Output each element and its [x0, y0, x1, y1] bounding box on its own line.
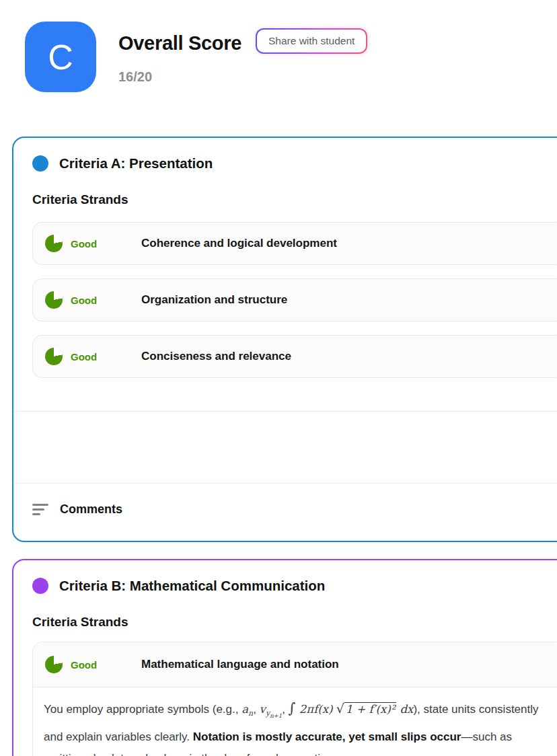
criteria-strands-heading: Criteria Strands: [32, 615, 557, 630]
criteria-b-color-dot-icon: [32, 578, 48, 594]
criteria-strands-heading: Criteria Strands: [32, 192, 557, 207]
comments-label: Comments: [60, 502, 122, 517]
strand-row[interactable]: Good Mathematical language and notation: [33, 642, 557, 687]
strand-label: Coherence and logical development: [141, 237, 337, 250]
rating-label: Good: [71, 659, 97, 671]
rating-badge: Good: [45, 235, 141, 252]
comments-icon: [32, 504, 48, 515]
criteria-b-card: Criteria B: Mathematical Communication C…: [12, 559, 557, 756]
share-with-student-button[interactable]: Share with student: [257, 30, 366, 52]
rating-label: Good: [71, 238, 97, 250]
overall-score-header: C Overall Score Share with student 16/20: [0, 0, 557, 137]
strand-feedback-text: You employ appropriate symbols (e.g., an…: [33, 687, 557, 756]
page-title: Overall Score: [118, 32, 242, 54]
rating-badge: Good: [45, 656, 141, 673]
criteria-a-title: Criteria A: Presentation: [59, 155, 213, 172]
strand-detail-box: Good Mathematical language and notation …: [32, 642, 557, 756]
rating-label: Good: [71, 295, 97, 306]
strand-label: Conciseness and relevance: [141, 350, 291, 363]
rating-pie-icon: [45, 291, 63, 309]
comments-section-toggle[interactable]: Comments: [13, 484, 557, 541]
criteria-a-card: Criteria A: Presentation Criteria Strand…: [12, 137, 557, 542]
rating-badge: Good: [45, 348, 141, 365]
rating-pie-icon: [45, 348, 63, 365]
strand-label: Mathematical language and notation: [141, 658, 339, 671]
criteria-a-color-dot-icon: [32, 155, 48, 172]
rating-pie-icon: [45, 656, 63, 673]
criteria-a-header: Criteria A: Presentation: [32, 155, 557, 172]
grading-screen: C Overall Score Share with student 16/20…: [0, 0, 557, 756]
avatar: C: [25, 22, 96, 92]
overall-score-value: 16/20: [118, 69, 152, 85]
rating-badge: Good: [45, 291, 141, 309]
strand-row[interactable]: Good Conciseness and relevance: [32, 335, 557, 378]
criteria-a-strand-list: Good Coherence and logical development G…: [32, 222, 557, 378]
criteria-b-title: Criteria B: Mathematical Communication: [59, 578, 325, 594]
strand-row[interactable]: Good Coherence and logical development: [32, 222, 557, 265]
criteria-b-header: Criteria B: Mathematical Communication: [32, 578, 557, 594]
strand-row[interactable]: Good Organization and structure: [32, 278, 557, 322]
avatar-letter: C: [48, 37, 73, 77]
share-with-student-button-border: Share with student: [256, 28, 367, 54]
strand-label: Organization and structure: [141, 293, 287, 307]
rating-pie-icon: [45, 235, 63, 252]
rating-label: Good: [71, 351, 97, 363]
empty-comments-area: [13, 412, 557, 483]
